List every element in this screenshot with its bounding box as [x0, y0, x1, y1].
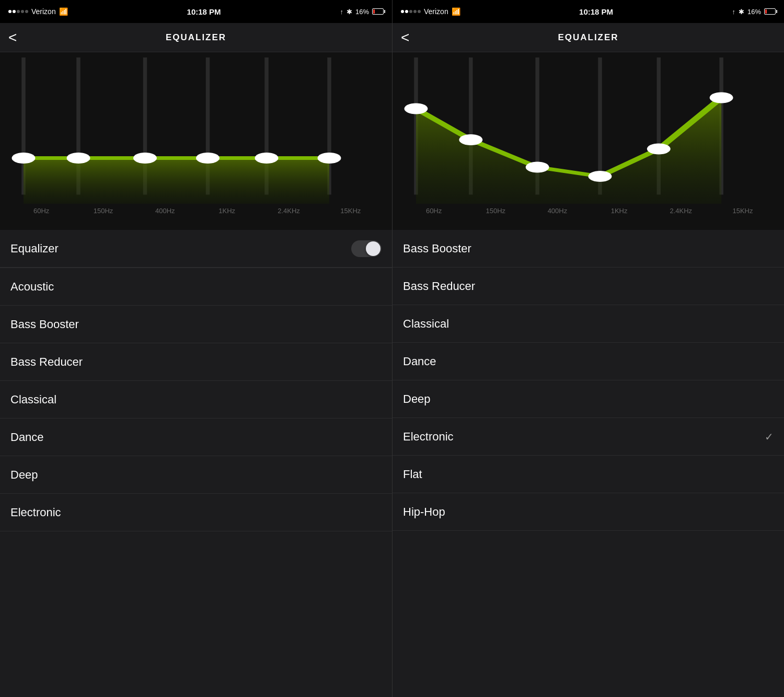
right-signal-dot-2 [405, 10, 408, 13]
right-time: 10:18 PM [579, 7, 613, 16]
list-item-classical[interactable]: Classical [0, 381, 392, 419]
svg-point-25 [710, 92, 733, 103]
left-back-button[interactable]: < [8, 29, 17, 46]
right-phone-panel: Verizon 📶 10:18 PM ↑ ✱ 16% < EQUALIZER [392, 0, 784, 697]
right-list-deep-label: Deep [403, 392, 431, 406]
right-list-electronic-label: Electronic [403, 430, 454, 444]
right-battery-body [764, 8, 776, 15]
right-list-item-classical[interactable]: Classical [393, 305, 784, 343]
right-list-flat-label: Flat [403, 468, 422, 481]
left-battery-pct: 16% [355, 8, 369, 16]
left-page-title: EQUALIZER [166, 32, 226, 43]
signal-dot-3 [17, 10, 20, 13]
left-eq-graph-area: 60Hz 150Hz 400Hz 1KHz 2.4KHz 15KHz [0, 52, 392, 230]
right-status-left: Verizon 📶 [401, 7, 460, 16]
left-freq-15khz: 15KHz [320, 207, 382, 215]
list-item-acoustic-label: Acoustic [10, 280, 54, 294]
list-item-bass-reducer-label: Bass Reducer [10, 355, 83, 369]
equalizer-toggle-label: Equalizer [10, 242, 59, 255]
right-list-section: Bass Booster Bass Reducer Classical Danc… [393, 230, 784, 697]
list-item-bass-booster-label: Bass Booster [10, 318, 79, 331]
right-page-title: EQUALIZER [558, 32, 618, 43]
left-battery-body [372, 8, 384, 15]
svg-point-12 [318, 153, 341, 164]
list-item-electronic[interactable]: Electronic [0, 494, 392, 531]
right-list-item-deep[interactable]: Deep [393, 380, 784, 418]
left-eq-graph-container [0, 57, 392, 204]
right-status-right: ↑ ✱ 16% [732, 8, 776, 16]
left-time: 10:18 PM [187, 7, 221, 16]
right-list-item-hiphop[interactable]: Hip-Hop [393, 493, 784, 531]
svg-point-21 [459, 134, 482, 145]
right-bluetooth-icon: ✱ [739, 8, 744, 16]
right-list-item-dance[interactable]: Dance [393, 343, 784, 380]
right-arrow-icon: ↑ [732, 8, 735, 16]
left-status-left: Verizon 📶 [8, 7, 68, 16]
list-item-electronic-label: Electronic [10, 506, 61, 519]
list-item-acoustic[interactable]: Acoustic [0, 268, 392, 306]
right-list-item-bass-reducer[interactable]: Bass Reducer [393, 268, 784, 305]
svg-point-7 [12, 153, 36, 164]
svg-point-20 [404, 103, 428, 114]
svg-point-8 [67, 153, 90, 164]
right-list-item-flat[interactable]: Flat [393, 456, 784, 493]
svg-point-23 [589, 171, 612, 182]
right-back-button[interactable]: < [401, 29, 409, 46]
right-list-bass-reducer-label: Bass Reducer [403, 280, 475, 293]
list-item-bass-reducer[interactable]: Bass Reducer [0, 343, 392, 381]
right-wifi-icon: 📶 [452, 7, 460, 16]
left-phone-panel: Verizon 📶 10:18 PM ↑ ✱ 16% < EQUALIZER [0, 0, 392, 697]
right-status-bar: Verizon 📶 10:18 PM ↑ ✱ 16% [393, 0, 784, 23]
svg-point-11 [255, 153, 279, 164]
left-freq-400hz: 400Hz [134, 207, 196, 215]
left-status-right: ↑ ✱ 16% [340, 8, 384, 16]
left-battery-fill [373, 9, 375, 14]
right-nav-bar: < EQUALIZER [393, 23, 784, 52]
signal-dot-5 [25, 10, 28, 13]
left-freq-labels: 60Hz 150Hz 400Hz 1KHz 2.4KHz 15KHz [0, 204, 392, 225]
right-list-classical-label: Classical [403, 317, 449, 331]
right-signal [401, 10, 421, 13]
right-freq-15khz: 15KHz [712, 207, 774, 215]
right-carrier: Verizon [424, 7, 448, 16]
right-freq-1khz: 1KHz [589, 207, 650, 215]
list-item-deep[interactable]: Deep [0, 456, 392, 494]
left-wifi-icon: 📶 [59, 7, 68, 16]
list-item-bass-booster[interactable]: Bass Booster [0, 306, 392, 343]
right-freq-150hz: 150Hz [465, 207, 526, 215]
equalizer-toggle-thumb [366, 241, 381, 256]
left-status-bar: Verizon 📶 10:18 PM ↑ ✱ 16% [0, 0, 392, 23]
right-list-item-bass-booster[interactable]: Bass Booster [393, 230, 784, 268]
equalizer-toggle-switch[interactable] [351, 240, 382, 257]
right-battery [764, 8, 776, 15]
signal-dot-1 [8, 10, 11, 13]
right-freq-24khz: 2.4KHz [650, 207, 712, 215]
right-eq-graph-container [393, 57, 784, 204]
equalizer-toggle-row[interactable]: Equalizer [0, 230, 392, 268]
left-list-section: Equalizer Acoustic Bass Booster Bass Red… [0, 230, 392, 697]
right-list-hiphop-label: Hip-Hop [403, 505, 445, 519]
left-freq-24khz: 2.4KHz [258, 207, 319, 215]
left-bluetooth-icon: ✱ [347, 8, 352, 16]
list-item-deep-label: Deep [10, 468, 38, 482]
right-list-electronic-checkmark: ✓ [765, 431, 774, 443]
right-battery-pct: 16% [747, 8, 761, 16]
list-item-dance[interactable]: Dance [0, 419, 392, 456]
left-arrow-icon: ↑ [340, 8, 343, 16]
right-eq-graph-area: 60Hz 150Hz 400Hz 1KHz 2.4KHz 15KHz [393, 52, 784, 230]
svg-point-22 [526, 162, 549, 173]
svg-marker-19 [416, 98, 721, 204]
right-list-bass-booster-label: Bass Booster [403, 242, 471, 255]
signal-dot-4 [21, 10, 24, 13]
right-signal-dot-4 [413, 10, 417, 13]
svg-point-24 [647, 144, 671, 155]
right-signal-dot-3 [409, 10, 412, 13]
left-eq-svg [0, 57, 392, 204]
right-signal-dot-5 [418, 10, 421, 13]
right-list-item-electronic[interactable]: Electronic ✓ [393, 418, 784, 456]
right-battery-fill [765, 9, 767, 14]
right-signal-dot-1 [401, 10, 404, 13]
svg-point-10 [196, 153, 220, 164]
right-freq-400hz: 400Hz [526, 207, 588, 215]
left-freq-60hz: 60Hz [10, 207, 72, 215]
